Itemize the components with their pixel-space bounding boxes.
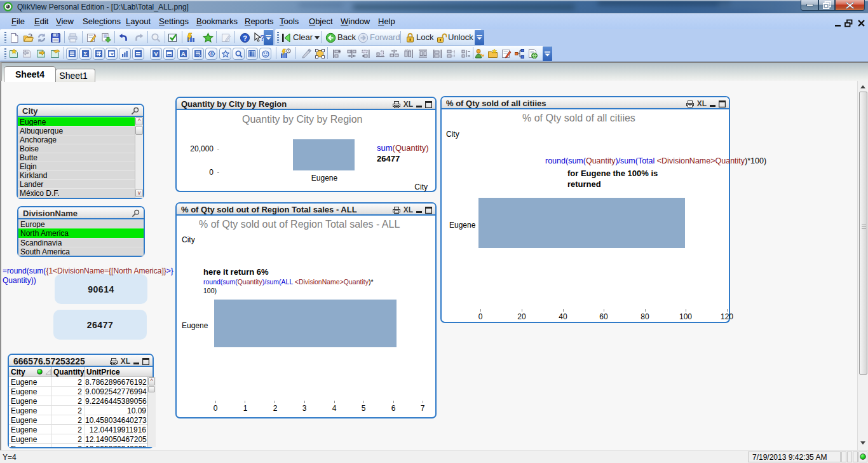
svg-text:Σ: Σ [84,51,88,57]
svg-text:?: ? [243,34,247,41]
svg-text:6: 6 [210,52,213,56]
svg-text:V: V [154,51,158,57]
svg-text:A: A [181,50,186,57]
